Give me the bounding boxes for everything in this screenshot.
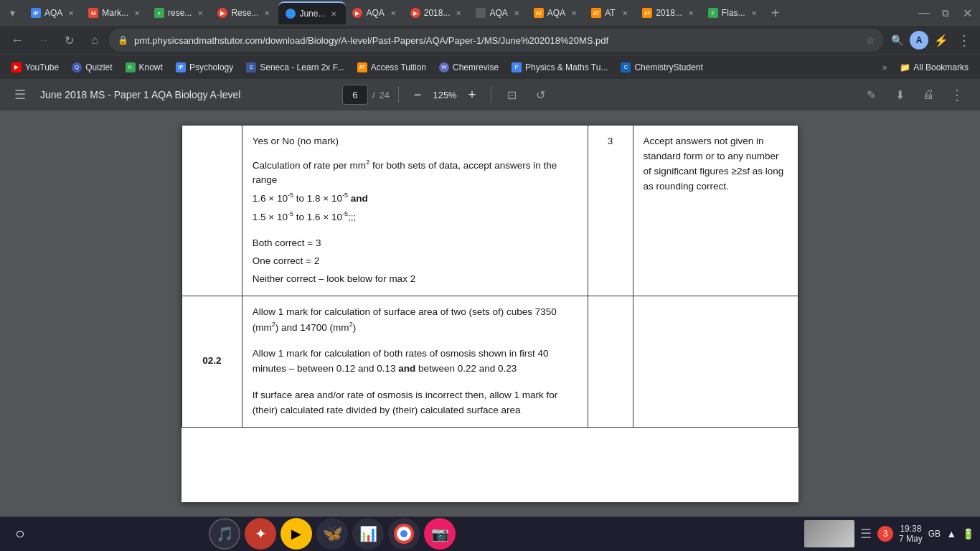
tab-close-3[interactable]: ✕: [195, 8, 205, 18]
pdf-zoom-level: 125%: [430, 90, 459, 100]
answer-line-7: Neither correct – look below for max 2: [253, 272, 578, 287]
bookmark-chemistry-student[interactable]: C ChemistryStudent: [615, 60, 708, 75]
wifi-icon: ▲: [946, 528, 956, 540]
pdf-print-button[interactable]: 🖨: [917, 83, 940, 106]
pdf-toolbar: ☰ June 2018 MS - Paper 1 AQA Biology A-l…: [0, 79, 980, 110]
tab-aqa-dark[interactable]: AQA ✕: [470, 1, 527, 24]
tab-close-5[interactable]: ✕: [329, 9, 339, 19]
answer-line-3: 1.6 × 10-5 to 1.8 × 10-5 and: [253, 191, 578, 206]
taskbar-app-red[interactable]: ✦: [245, 518, 276, 550]
pdf-rotate-button[interactable]: ↺: [529, 83, 552, 106]
pdf-page-input[interactable]: [342, 85, 368, 105]
tab-close-8[interactable]: ✕: [512, 8, 522, 18]
profile-avatar[interactable]: A: [910, 31, 928, 50]
window-minimize[interactable]: ▾: [3, 4, 22, 22]
tab-aqa-at1[interactable]: AT AQA ✕: [528, 1, 585, 24]
answer-02-2-line-1: Allow 1 mark for calculation of surface …: [253, 305, 578, 335]
taskbar: ○ 🎵 ✦ ▶ 🦋 📊: [0, 517, 980, 551]
search-button[interactable]: 🔍: [887, 30, 907, 50]
tab-aqa-at2[interactable]: AT AT ✕: [585, 1, 636, 24]
tab-rese-1[interactable]: r rese... ✕: [149, 1, 211, 24]
marks-cell: 3: [588, 126, 633, 296]
table-row-02-2: 02.2 Allow 1 mark for calculation of sur…: [182, 296, 798, 427]
taskbar-app-circle[interactable]: 🎵: [209, 518, 240, 550]
tab-2018[interactable]: ▶ 2018... ✕: [405, 1, 470, 24]
tab-aqa-2[interactable]: ▶ AQA ✕: [347, 1, 403, 24]
taskbar-list-icon[interactable]: ☰: [860, 526, 872, 542]
tab-close-2[interactable]: ✕: [132, 8, 142, 18]
notes-cell: Accept answers not given in standard for…: [633, 126, 798, 296]
pdf-zoom-out-button[interactable]: −: [407, 85, 428, 105]
tab-2018-at[interactable]: AT 2018... ✕: [636, 1, 702, 24]
star-icon[interactable]: ☆: [866, 34, 875, 46]
system-clock: 19:38 7 May: [899, 524, 923, 544]
tab-june-active[interactable]: 🌐 June... ✕: [278, 1, 346, 24]
new-tab-button[interactable]: +: [765, 3, 786, 23]
notes-text: Accept answers not given in standard for…: [644, 134, 788, 194]
bookmark-knowt[interactable]: K Knowt: [120, 60, 169, 75]
notification-badge[interactable]: 3: [877, 526, 893, 542]
taskbar-center: 🎵 ✦ ▶ 🦋 📊: [209, 518, 456, 550]
tab-flash[interactable]: F Flas... ✕: [702, 1, 765, 24]
date-display: 7 May: [899, 534, 923, 544]
bookmarks-bar: ▶ YouTube Q Quizlet K Knowt iP Psycholog…: [0, 55, 980, 79]
tab-close-6[interactable]: ✕: [388, 8, 398, 18]
taskbar-thumbnail: [804, 520, 854, 547]
tab-close-9[interactable]: ✕: [569, 8, 579, 18]
bookmarks-more-button[interactable]: »: [877, 60, 893, 75]
taskbar-app-slides[interactable]: ▶: [281, 518, 312, 550]
all-bookmarks-link[interactable]: 📁 All Bookmarks: [894, 60, 974, 75]
taskbar-app-green[interactable]: 📊: [352, 518, 384, 550]
url-text: pmt.physicsandmathstutor.com/download/Bi…: [134, 35, 860, 46]
table-row-continuation: Yes or No (no mark) Calculation of rate …: [182, 126, 798, 296]
locale-display: GB: [928, 529, 941, 539]
tab-close-12[interactable]: ✕: [749, 8, 759, 18]
browser-window: ▾ iP AQA ✕ M Mark... ✕ r rese... ✕ ▶ Res…: [0, 0, 980, 551]
window-restore-btn[interactable]: ⧉: [936, 3, 956, 23]
pdf-page-total: 24: [380, 90, 390, 100]
tab-close-1[interactable]: ✕: [66, 8, 76, 18]
start-button[interactable]: ○: [6, 519, 34, 548]
pdf-zoom-in-button[interactable]: +: [462, 85, 482, 105]
answer-02-2-line-3: If surface area and/or rate of osmosis i…: [253, 388, 578, 418]
back-button[interactable]: ←: [6, 29, 29, 52]
pdf-download-button[interactable]: ⬇: [888, 83, 911, 106]
refresh-button[interactable]: ↻: [57, 29, 80, 52]
bookmark-youtube[interactable]: ▶ YouTube: [6, 60, 65, 75]
pdf-menu-button[interactable]: ☰: [11, 84, 29, 105]
answer-line-2: Calculation of rate per mm2 for both set…: [253, 158, 578, 188]
tab-mark[interactable]: M Mark... ✕: [83, 1, 148, 24]
window-close-btn[interactable]: ✕: [957, 3, 977, 23]
pdf-page: Yes or No (no mark) Calculation of rate …: [182, 125, 798, 502]
menu-button[interactable]: ⋮: [954, 30, 974, 50]
pdf-more-button[interactable]: ⋮: [946, 83, 969, 106]
tab-close-7[interactable]: ✕: [453, 8, 463, 18]
tab-bar: ▾ iP AQA ✕ M Mark... ✕ r rese... ✕ ▶ Res…: [0, 0, 980, 26]
pdf-content-area: Yes or No (no mark) Calculation of rate …: [0, 110, 980, 517]
bookmark-seneca[interactable]: S Seneca - Learn 2x F...: [240, 60, 349, 75]
window-min-btn[interactable]: —: [914, 3, 934, 23]
bookmark-access-tuition[interactable]: AT Access Tuition: [352, 60, 432, 75]
tab-close-4[interactable]: ✕: [262, 8, 272, 18]
url-bar[interactable]: 🔒 pmt.physicsandmathstutor.com/download/…: [109, 29, 884, 52]
all-bookmarks-label: All Bookmarks: [913, 62, 969, 72]
taskbar-app-pink[interactable]: 📷: [424, 518, 456, 550]
bookmark-quizlet[interactable]: Q Quizlet: [66, 60, 118, 75]
bookmark-chemrevise[interactable]: W Chemrevise: [433, 60, 504, 75]
pdf-fit-button[interactable]: ⊡: [500, 83, 523, 106]
answer-line-6: One correct = 2: [253, 254, 578, 269]
bookmark-physics-maths[interactable]: P Physics & Maths Tu...: [506, 60, 613, 75]
tab-close-11[interactable]: ✕: [686, 8, 696, 18]
tab-close-10[interactable]: ✕: [620, 8, 630, 18]
taskbar-app-butterfly[interactable]: 🦋: [316, 518, 348, 550]
pdf-edit-button[interactable]: ✎: [859, 83, 882, 106]
home-button[interactable]: ⌂: [83, 29, 106, 52]
tab-aqa-1[interactable]: iP AQA ✕: [25, 1, 82, 24]
pdf-zoom-controls: − 125% +: [407, 85, 482, 105]
forward-button[interactable]: →: [32, 29, 55, 52]
time-display: 19:38: [899, 524, 923, 534]
tab-rese-2[interactable]: ▶ Rese... ✕: [212, 1, 278, 24]
bookmark-psychology[interactable]: iP Psychology: [170, 60, 239, 75]
taskbar-app-chrome[interactable]: [388, 518, 420, 550]
extensions-button[interactable]: ⚡: [931, 30, 951, 50]
